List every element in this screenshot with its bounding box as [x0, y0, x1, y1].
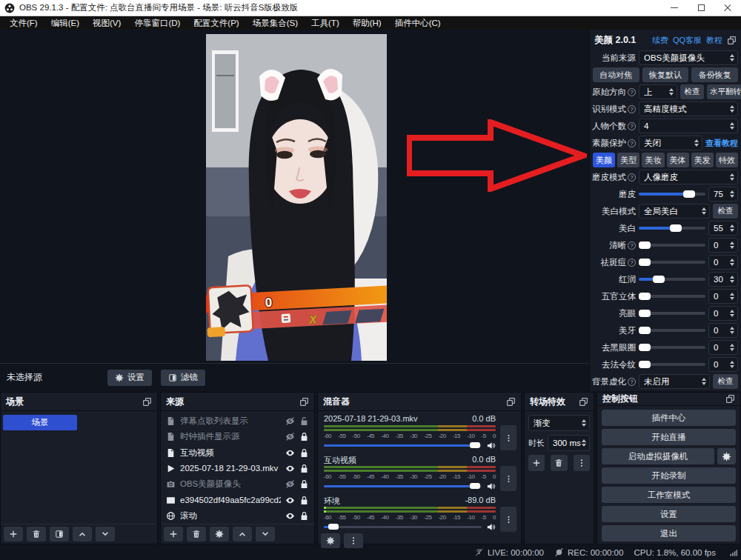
popout-icon[interactable] — [142, 397, 152, 407]
bg-blur-check-button[interactable]: 检查 — [713, 374, 738, 389]
slider-value-spinbox[interactable]: 0 — [708, 357, 738, 372]
slider-value-spinbox[interactable]: 0 — [708, 289, 738, 304]
minimize-button[interactable] — [661, 0, 688, 16]
lock-icon[interactable] — [299, 511, 309, 521]
slider-handle[interactable] — [639, 241, 651, 249]
duration-spinbox[interactable]: 300 ms — [548, 435, 590, 451]
slider-handle[interactable] — [639, 344, 651, 351]
source-row[interactable]: 弹幕点歌列表显示 — [161, 413, 314, 429]
remove-source-button[interactable] — [187, 527, 206, 541]
menu-scene-collection[interactable]: 场景集合(S) — [246, 18, 305, 29]
popout-icon[interactable] — [727, 36, 737, 45]
lock-open-icon[interactable] — [299, 416, 309, 426]
popout-icon[interactable] — [725, 394, 735, 404]
close-button[interactable] — [714, 0, 741, 16]
menu-edit[interactable]: 编辑(E) — [44, 18, 86, 29]
source-filters-button[interactable]: 滤镜 — [161, 370, 205, 386]
help-icon[interactable]: ? — [628, 105, 636, 113]
menu-profile[interactable]: 配置文件(P) — [187, 18, 245, 29]
renew-link[interactable]: 续费 — [652, 35, 668, 46]
help-icon[interactable]: ? — [628, 173, 636, 181]
dark-circles-slider[interactable] — [639, 346, 705, 349]
eye-off-icon[interactable] — [285, 432, 295, 441]
tutorial-link[interactable]: 教程 — [706, 35, 722, 46]
eye-off-icon[interactable] — [285, 416, 295, 426]
eye-icon[interactable] — [285, 511, 295, 521]
orientation-dropdown[interactable]: 上 — [639, 84, 677, 99]
scene-item-selected[interactable]: 场景 — [3, 415, 77, 430]
transition-menu-button[interactable] — [574, 455, 590, 471]
source-row[interactable]: 2025-07-18 21-29-03.mkv — [161, 461, 314, 476]
whiten-check-button[interactable]: 检查 — [713, 204, 738, 219]
detect-mode-dropdown[interactable]: 高精度模式 — [639, 101, 738, 116]
volume-slider[interactable] — [324, 485, 482, 487]
slider-handle[interactable] — [639, 361, 651, 368]
help-icon[interactable]: ? — [628, 241, 636, 250]
start-recording-button[interactable]: 开始录制 — [602, 467, 736, 484]
slider-handle[interactable] — [470, 442, 480, 448]
spin-arrows-icon[interactable] — [730, 327, 737, 334]
slider-value-spinbox[interactable]: 0 — [708, 238, 738, 253]
preview-video[interactable]: 0 X — [206, 34, 387, 361]
orientation-check-button[interactable]: 检查 — [680, 84, 704, 99]
whiten-mode-dropdown[interactable]: 全局美白 — [639, 204, 710, 219]
scene-up-button[interactable] — [73, 527, 92, 541]
slider-value-spinbox[interactable]: 0 — [708, 255, 738, 270]
source-down-button[interactable] — [256, 527, 275, 541]
menu-plugin-center[interactable]: 插件中心(C) — [388, 18, 448, 29]
slider-handle[interactable] — [639, 293, 651, 300]
slider-value-spinbox[interactable]: 75 — [708, 187, 738, 201]
settings-button[interactable]: 设置 — [602, 506, 736, 522]
spin-arrows-icon[interactable] — [730, 224, 737, 232]
volume-slider[interactable] — [324, 444, 482, 447]
add-scene-button[interactable] — [4, 527, 23, 541]
channel-menu-button[interactable] — [500, 466, 516, 491]
slider-handle[interactable] — [670, 224, 682, 232]
remove-transition-button[interactable] — [551, 455, 567, 471]
spin-arrows-icon[interactable] — [582, 439, 589, 447]
teeth-slider[interactable] — [639, 329, 705, 332]
lock-icon[interactable] — [299, 479, 309, 489]
menu-view[interactable]: 视图(V) — [86, 18, 127, 29]
slider-handle[interactable] — [683, 190, 695, 198]
help-icon[interactable]: ? — [628, 378, 636, 386]
slider-value-spinbox[interactable]: 0 — [708, 323, 738, 338]
bg-blur-dropdown[interactable]: 未启用 — [639, 374, 710, 389]
menu-file[interactable]: 文件(F) — [3, 18, 44, 29]
slider-handle[interactable] — [639, 327, 651, 334]
view-tutorial-link[interactable]: 查看教程 — [705, 138, 738, 149]
spin-arrows-icon[interactable] — [730, 293, 737, 300]
backup-restore-button[interactable]: 备份恢复 — [691, 67, 738, 82]
slider-value-spinbox[interactable]: 0 — [708, 340, 738, 355]
tab-reshape[interactable]: 美型 — [617, 153, 639, 167]
channel-menu-button[interactable] — [500, 425, 516, 450]
slider-value-spinbox[interactable]: 0 — [708, 306, 738, 321]
source-properties-button[interactable] — [210, 527, 229, 541]
lock-icon[interactable] — [299, 464, 309, 473]
menu-help[interactable]: 帮助(H) — [346, 18, 388, 29]
current-source-dropdown[interactable]: OBS美颜摄像头 — [639, 50, 738, 65]
start-streaming-button[interactable]: 开始直播 — [602, 429, 736, 445]
nasolabial-slider[interactable] — [639, 363, 705, 366]
flip-horizontal-button[interactable]: 水平翻转 — [707, 84, 741, 99]
source-row[interactable]: 时钟插件显示源 — [161, 429, 314, 444]
channel-menu-button[interactable] — [500, 507, 516, 532]
slider-handle[interactable] — [639, 259, 651, 266]
smooth-slider[interactable] — [639, 193, 705, 196]
bright-eyes-slider[interactable] — [639, 312, 705, 315]
studio-mode-button[interactable]: 工作室模式 — [602, 487, 736, 503]
spin-arrows-icon[interactable] — [730, 190, 737, 198]
source-row[interactable]: e394502df49aa5fc2a99cd2e7c — [161, 492, 314, 507]
help-icon[interactable]: ? — [628, 139, 636, 147]
blemish-slider[interactable] — [639, 261, 705, 264]
menu-docks[interactable]: 停靠窗口(D) — [127, 18, 187, 29]
face-3d-slider[interactable] — [639, 295, 705, 298]
autofocus-button[interactable]: 自动对焦 — [593, 67, 639, 82]
slider-handle[interactable] — [328, 524, 339, 530]
add-source-button[interactable] — [164, 527, 183, 541]
popout-icon[interactable] — [579, 397, 588, 407]
scene-filters-button[interactable] — [50, 527, 69, 541]
spin-arrows-icon[interactable] — [730, 276, 737, 283]
lock-icon[interactable] — [299, 448, 309, 458]
slider-value-spinbox[interactable]: 55 — [708, 221, 738, 236]
